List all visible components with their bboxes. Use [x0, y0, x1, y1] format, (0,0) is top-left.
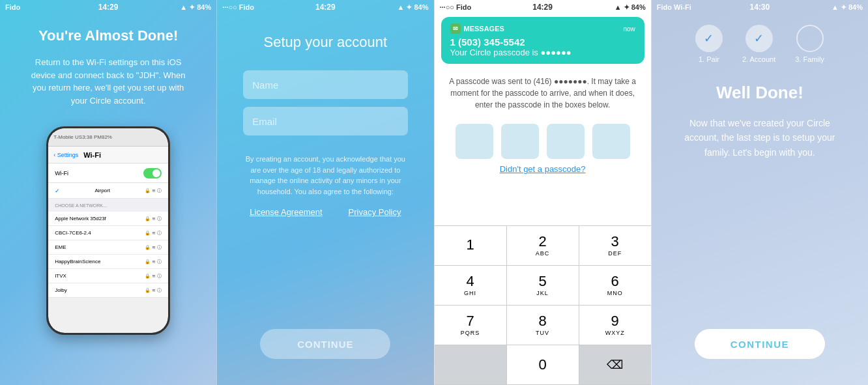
passcode-box-1[interactable] — [456, 124, 493, 159]
key-4[interactable]: 4 GHI — [435, 266, 507, 305]
phone-choose-network-header: CHOOSE A NETWORK... — [48, 199, 168, 212]
key-num-8: 8 — [538, 314, 546, 328]
key-backspace[interactable]: ⌫ — [579, 345, 651, 384]
key-num-4: 4 — [466, 274, 474, 289]
step-3: 3. Family — [795, 25, 824, 63]
status-carrier-2: ···○○ Fido — [222, 3, 254, 11]
key-3[interactable]: 3 DEF — [579, 226, 651, 265]
battery-1: 84% — [197, 3, 211, 11]
network-item-2[interactable]: CBCI-7CE6-2.4 🔒 ≋ ⓘ — [48, 226, 168, 240]
well-done-title: Well Done! — [716, 83, 803, 103]
bluetooth-icon-2: ✦ — [406, 3, 412, 12]
continue-button-active[interactable]: CONTINUE — [695, 329, 825, 359]
network-item-1[interactable]: Apple Network 35d23f 🔒 ≋ ⓘ — [48, 212, 168, 226]
wifi-toggle[interactable] — [143, 168, 162, 178]
phone-carrier: T-Mobile US — [53, 134, 82, 140]
battery-4: 84% — [848, 3, 863, 11]
keypad-row-4: 0 ⌫ — [435, 345, 651, 385]
status-carrier-4: Fido Wi-Fi — [657, 3, 691, 11]
key-6[interactable]: 6 MNO — [579, 266, 651, 305]
key-2[interactable]: 2 ABC — [507, 226, 579, 265]
status-right-4: ▲ ✦ 84% — [832, 3, 863, 12]
key-7[interactable]: 7 PQRS — [435, 306, 507, 345]
status-carrier-3: ···○○ Fido — [440, 3, 472, 11]
status-right-3: ▲ ✦ 84% — [615, 3, 646, 12]
status-right-2: ▲ ✦ 84% — [398, 3, 429, 12]
email-input[interactable] — [243, 107, 407, 135]
phone-nav-title: Wi-Fi — [83, 151, 101, 159]
key-letters-7: PQRS — [461, 330, 480, 336]
bluetooth-icon-3: ✦ — [624, 3, 629, 12]
key-5[interactable]: 5 JKL — [507, 266, 579, 305]
signal-icon-1: ▲ — [180, 3, 187, 11]
phone-time: 3:38 PM — [82, 134, 102, 140]
step-3-label: 3. Family — [795, 55, 824, 63]
key-num-1: 1 — [466, 238, 474, 252]
passcode-box-3[interactable] — [547, 124, 585, 159]
resend-link[interactable]: Didn't get a passcode? — [500, 164, 586, 174]
key-9[interactable]: 9 WXYZ — [579, 306, 651, 345]
panel-well-done: Fido Wi-Fi 14:30 ▲ ✦ 84% ✓ 1. Pair ✓ 2. … — [651, 0, 868, 385]
step-1-circle: ✓ — [695, 25, 723, 52]
panel-passcode: ···○○ Fido 14:29 ▲ ✦ 84% ✉ MESSAGES now … — [434, 0, 651, 385]
key-letters-4: GHI — [464, 290, 476, 296]
key-num-7: 7 — [466, 314, 474, 328]
phone-connected-network: ✓ Airport 🔒 ≋ ⓘ — [48, 183, 168, 199]
phone-back-button[interactable]: ‹ Settings — [53, 152, 78, 158]
notification-banner[interactable]: ✉ MESSAGES now 1 (503) 345-5542 Your Cir… — [441, 17, 644, 64]
status-time-4: 14:30 — [750, 3, 770, 12]
name-input[interactable] — [243, 70, 407, 99]
key-8[interactable]: 8 TUV — [507, 306, 579, 345]
battery-3: 84% — [631, 3, 646, 11]
almost-done-description: Return to the Wi-Fi settings on this iOS… — [30, 56, 186, 107]
key-num-0: 0 — [538, 358, 546, 372]
status-time-1: 14:29 — [98, 3, 119, 12]
key-num-6: 6 — [611, 274, 619, 289]
key-0[interactable]: 0 — [507, 345, 579, 384]
step-1-label: 1. Pair — [699, 55, 719, 63]
notification-app-name: ✉ MESSAGES — [450, 23, 504, 34]
bluetooth-icon-4: ✦ — [841, 3, 846, 12]
keypad-row-1: 1 2 ABC 3 DEF — [435, 226, 651, 266]
connected-network-label: Airport — [94, 188, 110, 193]
network-item-6[interactable]: Jolby 🔒 ≋ ⓘ — [48, 283, 168, 298]
privacy-link[interactable]: Privacy Policy — [349, 207, 401, 217]
keypad-row-2: 4 GHI 5 JKL 6 MNO — [435, 266, 651, 306]
passcode-boxes — [456, 124, 630, 159]
panel-setup-account: ···○○ Fido 14:29 ▲ ✦ 84% Setup your acco… — [216, 0, 433, 385]
network-item-4-icons: 🔒 ≋ ⓘ — [145, 259, 162, 265]
key-num-3: 3 — [611, 235, 619, 249]
key-num-9: 9 — [611, 314, 619, 328]
network-item-5[interactable]: ITVX 🔒 ≋ ⓘ — [48, 269, 168, 283]
signal-icon-3: ▲ — [615, 3, 622, 11]
key-letters-9: WXYZ — [605, 330, 625, 336]
phone-nav-bar: ‹ Settings Wi-Fi — [48, 147, 168, 164]
status-carrier-1: Fido — [5, 3, 20, 11]
phone-battery: 82% — [102, 134, 112, 140]
network-item-3[interactable]: EME 🔒 ≋ ⓘ — [48, 240, 168, 255]
step-2-label: 2. Account — [742, 55, 775, 63]
passcode-box-4[interactable] — [592, 124, 630, 159]
keypad: 1 2 ABC 3 DEF 4 GHI 5 J — [435, 225, 651, 385]
network-item-4[interactable]: HappyBrainScience 🔒 ≋ ⓘ — [48, 255, 168, 269]
notification-header: ✉ MESSAGES now — [450, 23, 635, 34]
battery-2: 84% — [414, 3, 428, 11]
backspace-icon: ⌫ — [607, 359, 623, 371]
status-bar-3: ···○○ Fido 14:29 ▲ ✦ 84% — [435, 0, 651, 14]
keypad-row-3: 7 PQRS 8 TUV 9 WXYZ — [435, 306, 651, 345]
phone-mockup: T-Mobile US 3:38 PM 82% ‹ Settings Wi-Fi… — [46, 126, 170, 335]
key-num-2: 2 — [538, 235, 546, 249]
key-num-5: 5 — [538, 274, 546, 289]
messages-icon: ✉ — [450, 23, 461, 34]
panel-3-body: A passcode was sent to (416) ●●●●●●●. It… — [435, 66, 651, 385]
continue-label-2: CONTINUE — [297, 339, 353, 350]
network-item-1-icons: 🔒 ≋ ⓘ — [145, 216, 162, 222]
key-1[interactable]: 1 — [435, 226, 507, 265]
key-letters-2: ABC — [536, 250, 550, 257]
license-link[interactable]: License Agreement — [250, 207, 322, 217]
wifi-label: Wi-Fi — [55, 170, 68, 177]
passcode-box-2[interactable] — [501, 124, 539, 159]
terms-text: By creating an account, you acknowledge … — [243, 154, 407, 197]
continue-button-disabled[interactable]: CONTINUE — [260, 329, 390, 359]
step-1: ✓ 1. Pair — [695, 25, 723, 63]
